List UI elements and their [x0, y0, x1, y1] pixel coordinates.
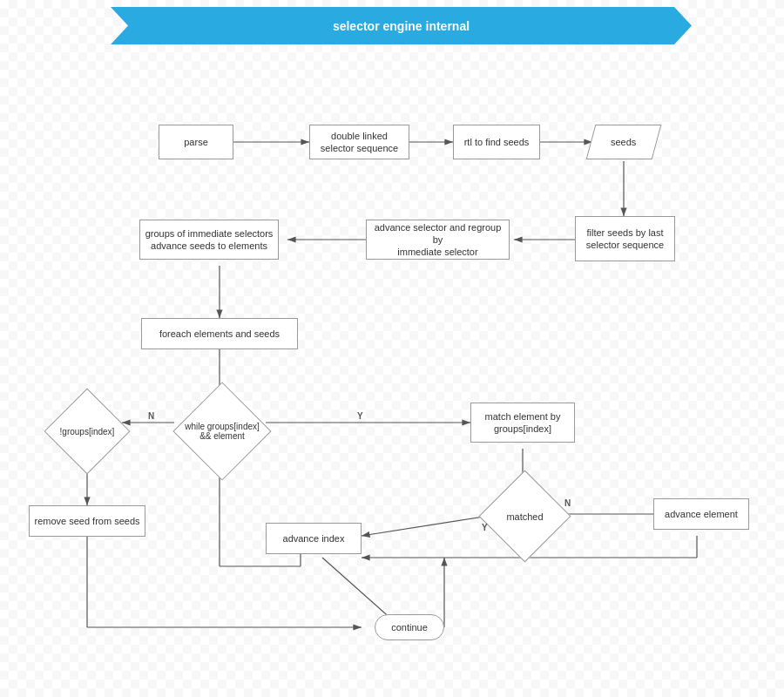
node-advance-selector: advance selector and regroup by immediat… — [366, 220, 510, 260]
node-double-linked: double linked selector sequence — [309, 125, 409, 159]
node-filter-seeds: filter seeds by last selector sequence — [575, 216, 675, 261]
node-remove-seed: remove seed from seeds — [29, 505, 145, 537]
label-y2: Y — [482, 523, 488, 532]
node-advance-element: advance element — [653, 498, 749, 530]
node-foreach: foreach elements and seeds — [141, 318, 298, 349]
node-match-element: match element by groups[index] — [470, 403, 575, 443]
header-title: selector engine internal — [333, 19, 470, 33]
header-banner: selector engine internal — [111, 7, 692, 44]
node-seeds: seeds — [586, 125, 662, 159]
label-n1: N — [148, 411, 154, 421]
node-advance-index: advance index — [266, 523, 362, 554]
node-rtl: rtl to find seeds — [453, 125, 540, 159]
node-parse: parse — [159, 125, 233, 159]
label-n2: N — [564, 498, 571, 508]
node-continue: continue — [375, 614, 444, 640]
diagram: selector engine internal — [0, 0, 784, 697]
node-groups-immediate: groups of immediate selectors advance se… — [139, 220, 279, 260]
label-y1: Y — [357, 411, 363, 421]
arrows-svg — [0, 0, 784, 697]
